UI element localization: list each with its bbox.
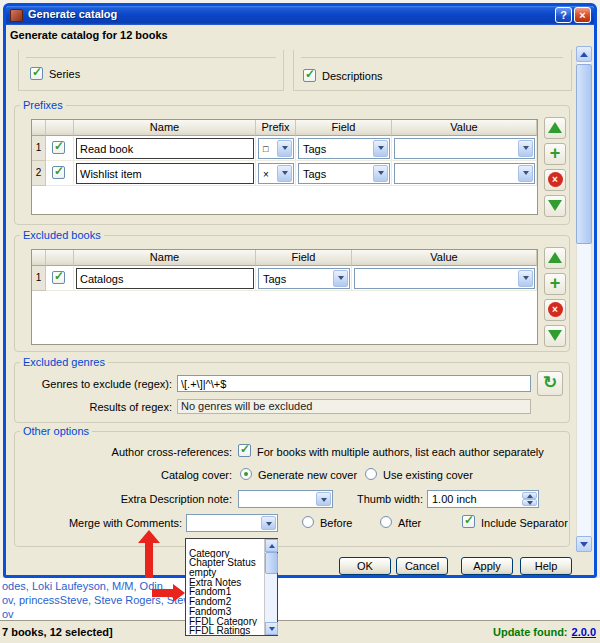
chevron-down-icon[interactable]: [373, 165, 388, 182]
dropdown-item[interactable]: Fandom3: [186, 607, 264, 617]
series-checkbox[interactable]: ✓: [30, 67, 43, 80]
move-up-button[interactable]: [544, 117, 566, 139]
excluded-name-input[interactable]: [76, 268, 254, 289]
dropdown-item-blank[interactable]: [186, 539, 264, 549]
col-header-prefix[interactable]: Prefix: [256, 120, 296, 136]
col-header-field[interactable]: Field: [256, 250, 352, 266]
check-icon: ✓: [32, 65, 42, 79]
value-combo[interactable]: [354, 268, 535, 289]
value-combo[interactable]: [394, 138, 535, 159]
delete-row-button[interactable]: ×: [544, 299, 566, 321]
dropdown-scrollbar[interactable]: [264, 539, 277, 635]
before-radio[interactable]: [302, 516, 314, 528]
col-header-name[interactable]: Name: [74, 250, 256, 266]
chevron-down-icon[interactable]: [518, 165, 533, 182]
row-enabled-checkbox[interactable]: ✓: [52, 166, 65, 179]
spin-up-button[interactable]: [522, 492, 537, 499]
row-enabled-checkbox[interactable]: ✓: [52, 271, 65, 284]
dropdown-scroll-up-button[interactable]: [265, 539, 278, 552]
chevron-down-icon[interactable]: [261, 516, 276, 530]
spin-down-button[interactable]: [522, 499, 537, 506]
regex-results-label: Results of regex:: [30, 401, 172, 413]
scroll-up-button[interactable]: [576, 46, 592, 62]
prefix-symbol-combo[interactable]: ×: [258, 163, 294, 184]
apply-button[interactable]: Apply: [461, 557, 513, 575]
chevron-down-icon[interactable]: [277, 165, 292, 182]
col-header-blank: [32, 250, 46, 266]
scrollbar-thumb[interactable]: [576, 64, 592, 244]
row-enabled-checkbox[interactable]: ✓: [52, 141, 65, 154]
chevron-down-icon[interactable]: [373, 140, 388, 157]
prefix-name-input[interactable]: [76, 163, 254, 184]
tag-links-line-3[interactable]: ov: [2, 608, 14, 620]
chevron-down-icon[interactable]: [518, 140, 533, 157]
catalog-cover-label: Catalog cover:: [60, 469, 232, 481]
dropdown-item[interactable]: Fandom1: [186, 587, 264, 597]
col-header-value[interactable]: Value: [352, 250, 537, 266]
ok-button[interactable]: OK: [339, 557, 391, 575]
plus-icon: +: [545, 144, 565, 163]
descriptions-checkbox[interactable]: ✓: [303, 69, 316, 82]
include-separator-checkbox[interactable]: ✓: [462, 515, 475, 528]
add-row-button[interactable]: +: [544, 143, 566, 165]
row-number[interactable]: 1: [32, 266, 46, 291]
delete-row-button[interactable]: ×: [544, 169, 566, 191]
extra-note-combo[interactable]: [238, 490, 333, 508]
dropdown-scrollbar-thumb[interactable]: [265, 552, 278, 574]
window-title: Generate catalog: [28, 8, 117, 20]
prefix-symbol-combo[interactable]: □: [258, 138, 294, 159]
dropdown-scroll-down-button[interactable]: [265, 622, 278, 635]
chevron-down-icon[interactable]: [518, 270, 533, 287]
col-header-field[interactable]: Field: [296, 120, 392, 136]
merge-comments-combo[interactable]: [186, 514, 278, 532]
regex-input[interactable]: [177, 375, 531, 392]
arrow-up-icon: [548, 122, 562, 133]
tag-links-line-1[interactable]: odes, Loki Laufeyson, M/M, Odin,: [2, 580, 166, 592]
close-titlebar-button[interactable]: ×: [574, 7, 591, 23]
plus-icon: +: [545, 274, 565, 293]
check-icon: ✓: [54, 164, 64, 178]
author-xref-checkbox[interactable]: ✓: [238, 444, 251, 457]
chevron-down-icon[interactable]: [316, 492, 331, 506]
col-header-value[interactable]: Value: [392, 120, 537, 136]
add-row-button[interactable]: +: [544, 273, 566, 295]
dialog-titlebar[interactable]: Generate catalog ? ×: [6, 6, 594, 25]
dropdown-item[interactable]: FFDL Ratings: [186, 626, 264, 636]
move-up-button[interactable]: [544, 247, 566, 269]
move-down-button[interactable]: [544, 325, 566, 347]
divider: [301, 57, 563, 58]
dropdown-item[interactable]: Chapter Status: [186, 558, 264, 568]
arrow-up-icon: [269, 544, 275, 548]
col-header-name[interactable]: Name: [74, 120, 256, 136]
scroll-down-button[interactable]: [576, 536, 592, 552]
dropdown-item-empty[interactable]: empty: [186, 568, 264, 578]
field-combo[interactable]: Tags: [258, 268, 350, 289]
refresh-genres-button[interactable]: ↻: [537, 371, 563, 396]
move-down-button[interactable]: [544, 195, 566, 217]
help-button[interactable]: Help: [520, 557, 572, 575]
dropdown-item[interactable]: Extra Notes: [186, 578, 264, 588]
cancel-button[interactable]: Cancel: [396, 557, 448, 575]
arrow-up-icon: [527, 494, 533, 498]
thumb-width-spinner[interactable]: 1.00 inch: [427, 490, 539, 508]
update-version-link[interactable]: 2.0.0: [572, 626, 596, 638]
prefix-name-input[interactable]: [76, 138, 254, 159]
dropdown-item[interactable]: Category: [186, 549, 264, 559]
refresh-icon: ↻: [538, 372, 562, 394]
author-xref-option-label: For books with multiple authors, list ea…: [257, 446, 544, 458]
field-combo[interactable]: Tags: [298, 163, 390, 184]
row-number[interactable]: 2: [32, 161, 46, 186]
dropdown-item[interactable]: FFDL Category: [186, 617, 264, 627]
use-existing-cover-radio[interactable]: [365, 468, 377, 480]
other-options-title: Other options: [20, 425, 92, 437]
help-titlebar-button[interactable]: ?: [555, 7, 572, 23]
field-combo[interactable]: Tags: [298, 138, 390, 159]
dropdown-item[interactable]: Fandom2: [186, 597, 264, 607]
generate-new-cover-radio[interactable]: [240, 468, 252, 480]
chevron-down-icon[interactable]: [277, 140, 292, 157]
chevron-down-icon[interactable]: [333, 270, 348, 287]
row-number[interactable]: 1: [32, 136, 46, 161]
after-radio[interactable]: [380, 516, 392, 528]
update-found-label: Update found:: [493, 626, 568, 638]
value-combo[interactable]: [394, 163, 535, 184]
